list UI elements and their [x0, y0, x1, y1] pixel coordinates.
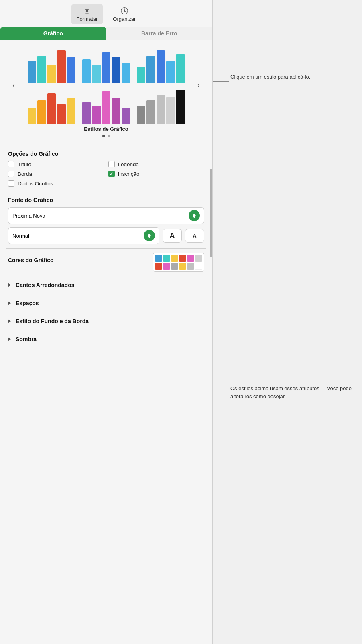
chart-preview-4[interactable]: [28, 88, 76, 124]
next-arrow[interactable]: ›: [193, 79, 204, 91]
swatch-7[interactable]: [155, 263, 162, 270]
font-size-increase-button[interactable]: A: [163, 229, 182, 243]
format-button[interactable]: Formatar: [71, 4, 104, 24]
sombra-label: Sombra: [16, 336, 37, 342]
dot-2[interactable]: [108, 135, 110, 137]
checkbox-legenda[interactable]: Legenda: [108, 161, 205, 167]
organize-button[interactable]: Organizar: [107, 4, 141, 24]
format-panel: Formatar Organizar Gráfico Barra de Erro: [0, 0, 213, 644]
divider-8: [6, 348, 206, 348]
checkbox-borda-label: Borda: [18, 171, 32, 177]
swatch-6[interactable]: [195, 255, 202, 262]
swatch-12[interactable]: [195, 263, 202, 270]
checkbox-inscricao[interactable]: Inscrição: [108, 171, 205, 177]
chart-options-title: Opções do Gráfico: [8, 151, 204, 157]
chart-preview-3[interactable]: [137, 47, 185, 83]
checkbox-borda[interactable]: Borda: [8, 171, 104, 177]
checkbox-titulo[interactable]: Título: [8, 161, 104, 167]
estilo-label: Estilo do Fundo e da Borda: [16, 318, 89, 324]
chart-row-1: [21, 47, 191, 83]
checkbox-borda-box[interactable]: [8, 171, 14, 177]
swatch-5[interactable]: [187, 255, 194, 262]
swatch-1[interactable]: [155, 255, 162, 262]
font-style-row: Normal A A: [8, 227, 204, 244]
tab-barra-erro[interactable]: Barra de Erro: [106, 27, 213, 40]
swatch-2[interactable]: [163, 255, 170, 262]
font-size-decrease-button[interactable]: A: [185, 229, 204, 243]
annotation-text-1: Clique em um estilo para aplicá-lo.: [230, 73, 310, 81]
swatch-8[interactable]: [163, 263, 170, 270]
checkbox-legenda-label: Legenda: [118, 161, 139, 167]
collapsible-cantos[interactable]: Cantos Arredondados: [0, 276, 212, 294]
chart-styles-label: Estilos de Gráfico: [84, 126, 128, 132]
chart-preview-1[interactable]: [28, 47, 76, 83]
checkbox-legenda-box[interactable]: [108, 161, 115, 167]
chart-styles-area: ‹: [0, 40, 212, 145]
font-name-select[interactable]: Proxima Nova: [8, 207, 204, 224]
tab-grafico[interactable]: Gráfico: [0, 27, 106, 40]
chart-colors-label: Cores do Gráfico: [8, 257, 54, 263]
scrollbar-thumb[interactable]: [210, 169, 212, 257]
annotation-line-2: [213, 393, 229, 393]
swatch-11[interactable]: [187, 263, 194, 270]
checkbox-inscricao-label: Inscrição: [118, 171, 140, 177]
swatch-10[interactable]: [179, 263, 186, 270]
checkbox-dados-ocultos[interactable]: Dados Ocultos: [8, 180, 104, 187]
font-weight-value: Normal: [12, 233, 29, 239]
font-weight-select[interactable]: Normal: [8, 227, 159, 244]
chart-preview-2[interactable]: [82, 47, 130, 83]
annotation-area: Clique em um estilo para aplicá-lo. Os e…: [213, 0, 362, 644]
format-label: Formatar: [77, 16, 98, 22]
chart-nav: ‹: [8, 47, 204, 124]
cantos-label: Cantos Arredondados: [16, 282, 75, 288]
chart-row-2: [21, 88, 191, 124]
checkbox-dados-label: Dados Ocultos: [18, 181, 53, 187]
chart-options-section: Opções do Gráfico Título Legenda Borda I…: [0, 145, 212, 191]
pagination: [102, 135, 110, 137]
chart-font-title: Fonte do Gráfico: [8, 197, 204, 203]
checkbox-titulo-label: Título: [18, 161, 31, 167]
font-weight-stepper[interactable]: [144, 230, 155, 241]
annotation-line-1: [213, 81, 229, 82]
chevron-espacos-icon: [8, 301, 11, 305]
swatch-4[interactable]: [179, 255, 186, 262]
tab-bar: Gráfico Barra de Erro: [0, 27, 212, 40]
font-name-row: Proxima Nova: [8, 207, 204, 224]
checkbox-titulo-box[interactable]: [8, 161, 14, 167]
toolbar: Formatar Organizar: [0, 0, 212, 27]
color-swatch-grid[interactable]: [153, 253, 204, 272]
swatch-3[interactable]: [171, 255, 178, 262]
font-name-value: Proxima Nova: [12, 213, 45, 219]
swatch-9[interactable]: [171, 263, 178, 270]
checkbox-dados-ocultos-box[interactable]: [8, 180, 14, 187]
collapsible-estilo-fundo[interactable]: Estilo do Fundo e da Borda: [0, 312, 212, 330]
chart-font-section: Fonte do Gráfico Proxima Nova Normal: [0, 191, 212, 248]
espacos-label: Espaços: [16, 300, 39, 306]
checkbox-inscricao-box[interactable]: [108, 171, 115, 177]
chevron-estilo-icon: [8, 319, 11, 323]
prev-arrow[interactable]: ‹: [8, 79, 19, 91]
annotation-text-2: Os estilos acima usam esses atributos — …: [230, 385, 362, 400]
collapsible-sombra[interactable]: Sombra: [0, 330, 212, 348]
chart-preview-6[interactable]: [137, 88, 185, 124]
dot-1[interactable]: [102, 135, 105, 137]
chart-colors-row: Cores do Gráfico: [0, 249, 212, 276]
scrollbar[interactable]: [209, 0, 212, 644]
svg-point-5: [124, 10, 125, 12]
checkbox-grid: Título Legenda Borda Inscrição Dados Ocu…: [8, 161, 204, 187]
font-name-stepper[interactable]: [189, 210, 200, 221]
organize-label: Organizar: [113, 16, 136, 22]
chart-preview-5[interactable]: [82, 88, 130, 124]
chevron-sombra-icon: [8, 337, 11, 341]
chart-grid: [19, 47, 193, 124]
collapsible-espacos[interactable]: Espaços: [0, 294, 212, 312]
chevron-cantos-icon: [8, 283, 11, 287]
